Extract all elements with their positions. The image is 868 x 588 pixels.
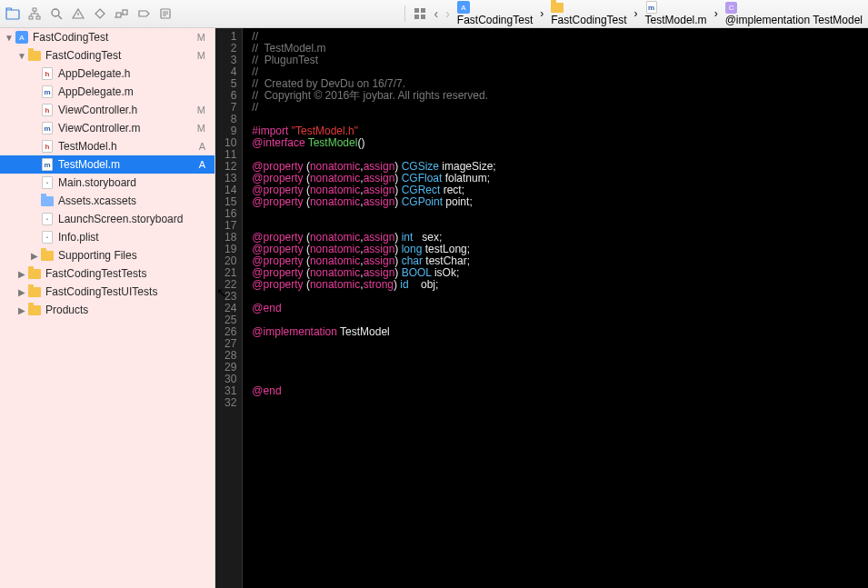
svg-rect-5: [116, 13, 121, 17]
folder-icon: [551, 1, 564, 14]
scm-status: M: [194, 32, 205, 43]
file-icon: m: [40, 85, 55, 99]
breadcrumb-item[interactable]: FastCodingTest: [551, 1, 626, 26]
file-icon: [40, 248, 55, 263]
file-icon: h: [40, 139, 55, 154]
svg-rect-11: [421, 15, 425, 19]
breadcrumb-label: FastCodingTest: [457, 14, 533, 26]
breadcrumb-item[interactable]: m TestModel.m: [645, 1, 707, 26]
disclosure-triangle-icon[interactable]: ▼: [4, 33, 15, 43]
svg-rect-3: [36, 16, 40, 19]
disclosure-triangle-icon[interactable]: ▶: [16, 287, 27, 297]
file-tree-row[interactable]: •LaunchScreen.storyboard: [0, 210, 215, 228]
file-label: Info.plist: [58, 231, 202, 244]
chevron-right-icon: ›: [714, 7, 718, 20]
folder-nav-icon[interactable]: [5, 6, 20, 21]
file-tree-row[interactable]: Assets.xcassets: [0, 192, 215, 210]
svg-rect-8: [414, 8, 419, 13]
file-label: FastCodingTestTests: [45, 267, 202, 280]
file-label: ViewController.m: [58, 122, 194, 135]
file-tree-row[interactable]: •Info.plist: [0, 228, 215, 246]
file-label: AppDelegate.h: [58, 67, 202, 80]
scm-status: M: [194, 123, 205, 134]
file-icon: h: [40, 103, 55, 117]
file-label: Supporting Files: [58, 249, 202, 262]
search-icon[interactable]: [49, 6, 64, 21]
scm-status: A: [195, 141, 205, 152]
diamond-icon[interactable]: [93, 6, 107, 21]
file-tree-row[interactable]: mTestModel.mA: [0, 155, 215, 174]
warning-icon[interactable]: [71, 6, 85, 21]
disclosure-triangle-icon[interactable]: ▼: [16, 51, 27, 61]
file-tree-row[interactable]: •Main.storyboard: [0, 174, 215, 192]
chevron-right-icon: ›: [540, 7, 544, 20]
svg-rect-10: [414, 15, 419, 19]
file-icon: [27, 303, 42, 317]
breadcrumb-label: FastCodingTest: [551, 14, 626, 26]
editor-area: 1234567891011121314151617181920212223242…: [215, 28, 868, 588]
chevron-right-icon: ›: [634, 7, 638, 20]
file-tree-row[interactable]: ▶FastCodingTestTests: [0, 264, 215, 283]
file-label: ViewController.h: [58, 104, 194, 116]
file-icon: h: [40, 66, 55, 81]
breadcrumb-item[interactable]: A FastCodingTest: [457, 1, 533, 26]
svg-rect-6: [123, 10, 127, 15]
breakpoint-icon[interactable]: [136, 6, 151, 21]
file-tree-row[interactable]: hViewController.hM: [0, 101, 215, 119]
file-icon: [27, 284, 42, 299]
line-gutter: 1234567891011121314151617181920212223242…: [215, 28, 243, 588]
svg-rect-2: [29, 16, 33, 19]
file-tree-row[interactable]: ▶Products: [0, 301, 215, 319]
breadcrumb-label: @implementation TestModel: [725, 14, 863, 26]
file-tree-row[interactable]: hTestModel.hA: [0, 137, 215, 155]
svg-rect-1: [33, 8, 36, 11]
scm-status: A: [195, 159, 205, 170]
breadcrumb-label: TestModel.m: [645, 14, 707, 26]
nav-back-button[interactable]: ‹: [434, 6, 439, 21]
related-items-icon[interactable]: [413, 6, 427, 21]
project-icon: A: [457, 1, 470, 14]
file-label: AppDelegate.m: [58, 85, 202, 98]
file-tree-row[interactable]: ▶FastCodingTestUITests: [0, 283, 215, 301]
breadcrumb-item[interactable]: C @implementation TestModel: [725, 1, 863, 26]
file-tree-row[interactable]: hAppDelegate.h: [0, 65, 215, 83]
file-icon: [27, 266, 42, 281]
svg-point-4: [52, 9, 59, 16]
nav-forward-button[interactable]: ›: [445, 6, 450, 21]
svg-rect-9: [421, 8, 425, 13]
debug-icon[interactable]: [115, 6, 129, 21]
hierarchy-icon[interactable]: [27, 6, 42, 21]
m-file-icon: m: [645, 1, 658, 14]
code-body[interactable]: //// TestModel.m// PlugunTest//// Create…: [243, 28, 504, 588]
file-tree-row[interactable]: mAppDelegate.m: [0, 83, 215, 101]
code-editor[interactable]: 1234567891011121314151617181920212223242…: [215, 28, 868, 588]
file-icon: [27, 48, 42, 63]
file-icon: A: [15, 30, 29, 45]
project-navigator[interactable]: ▼AFastCodingTestM▼FastCodingTestMhAppDel…: [0, 28, 215, 588]
file-icon: m: [40, 121, 55, 135]
class-icon: C: [725, 1, 738, 14]
file-label: TestModel.h: [58, 140, 195, 153]
file-label: Main.storyboard: [58, 176, 202, 189]
file-label: Assets.xcassets: [58, 194, 202, 207]
file-label: FastCodingTest: [33, 31, 194, 44]
file-icon: •: [40, 175, 55, 190]
file-icon: [40, 194, 55, 208]
disclosure-triangle-icon[interactable]: ▶: [16, 305, 27, 315]
file-label: FastCodingTestUITests: [45, 285, 202, 298]
file-tree-row[interactable]: mViewController.mM: [0, 119, 215, 137]
toolbar-separator: [404, 5, 405, 22]
scm-status: M: [194, 105, 205, 115]
log-icon[interactable]: [158, 6, 173, 21]
file-label: TestModel.m: [58, 158, 195, 171]
file-tree-row[interactable]: ▶Supporting Files: [0, 246, 215, 264]
file-tree-row[interactable]: ▼FastCodingTestM: [0, 46, 215, 65]
scm-status: M: [194, 50, 205, 61]
disclosure-triangle-icon[interactable]: ▶: [29, 251, 40, 261]
file-label: Products: [45, 304, 202, 316]
disclosure-triangle-icon[interactable]: ▶: [16, 269, 27, 279]
svg-rect-0: [6, 10, 19, 19]
file-label: FastCodingTest: [45, 49, 194, 62]
file-tree-row[interactable]: ▼AFastCodingTestM: [0, 28, 215, 46]
file-icon: •: [40, 230, 55, 244]
